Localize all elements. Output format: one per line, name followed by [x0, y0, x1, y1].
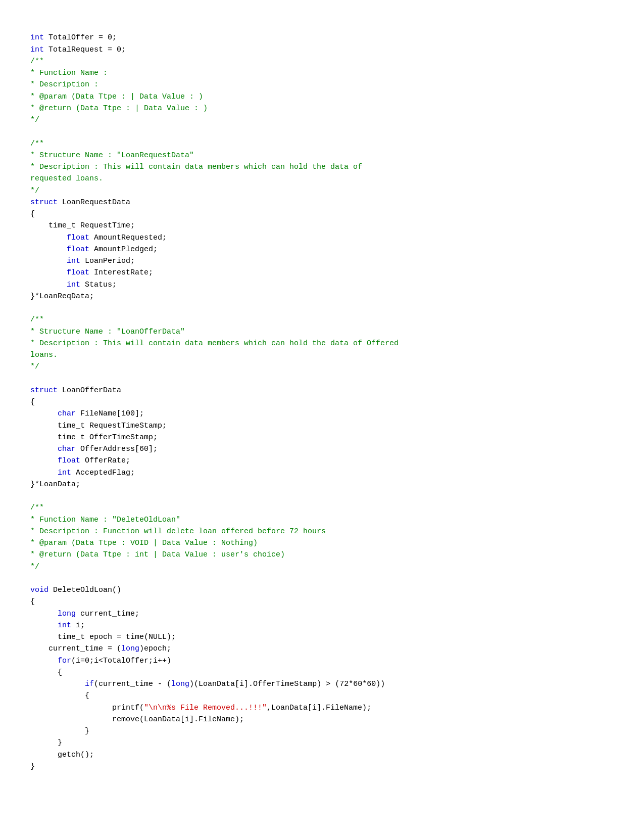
keyword-long-3: long	[171, 680, 189, 688]
string-1: "\n\n%s File Removed...!!!"	[144, 704, 267, 712]
keyword-struct-2: struct	[30, 386, 58, 395]
keyword-float-1: float	[67, 234, 89, 242]
comment-4: /** * Function Name : "DeleteOldLoan" * …	[30, 503, 326, 571]
code-container: int TotalOffer = 0; int TotalRequest = 0…	[30, 20, 614, 772]
keyword-struct-1: struct	[30, 198, 58, 207]
keyword-int-4: int	[67, 281, 80, 289]
comment-2: /** * Structure Name : "LoanRequestData"…	[30, 140, 362, 195]
keyword-void: void	[30, 586, 48, 594]
keyword-int-1: int	[30, 33, 44, 42]
keyword-int-3: int	[67, 257, 80, 265]
comment-1: /** * Function Name : * Description : * …	[30, 57, 208, 124]
keyword-int-2: int	[30, 45, 44, 54]
keyword-long-1: long	[58, 610, 76, 618]
keyword-char-1: char	[58, 409, 76, 418]
keyword-float-2: float	[67, 245, 89, 254]
keyword-float-4: float	[58, 456, 80, 465]
keyword-long-2: long	[121, 644, 139, 653]
keyword-if: if	[85, 680, 94, 688]
keyword-int-6: int	[58, 621, 71, 630]
keyword-char-2: char	[58, 445, 76, 453]
comment-3: /** * Structure Name : "LoanOfferData" *…	[30, 315, 399, 371]
keyword-for: for	[58, 657, 71, 665]
keyword-float-3: float	[67, 268, 89, 277]
keyword-int-5: int	[58, 469, 71, 477]
